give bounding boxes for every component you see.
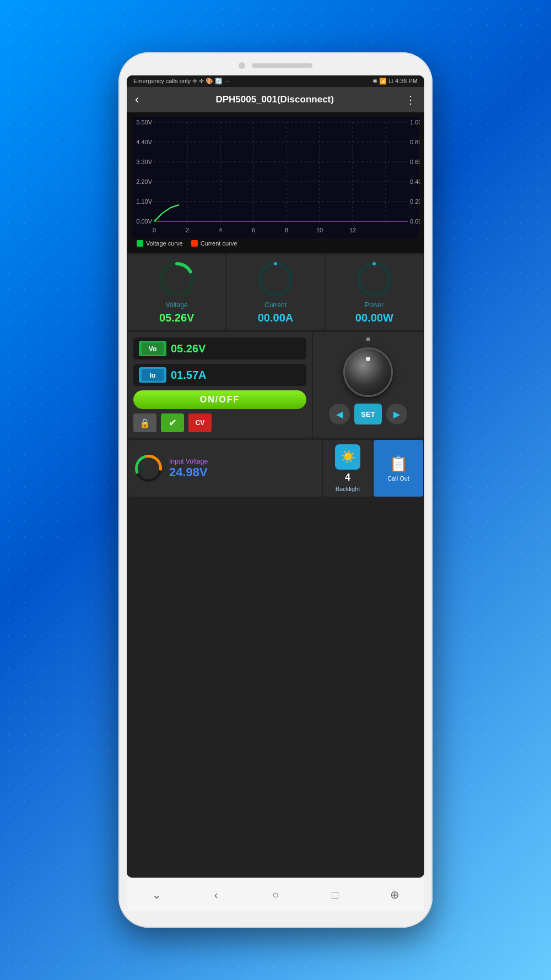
nav-back-button[interactable]: ‹ bbox=[205, 884, 227, 906]
nav-bar: ⌄ ‹ ○ □ ⊕ bbox=[127, 878, 424, 911]
backlight-label: Backlight bbox=[336, 486, 360, 492]
knob-nav: ◀ SET ▶ bbox=[329, 404, 407, 424]
callout-label: Call Out bbox=[387, 475, 409, 482]
input-voltage-card: Input Voltage 24.98V bbox=[128, 440, 322, 497]
chart-area: 5.50V 4.40V 3.30V 2.20V 1.10V 0.00V 1.00… bbox=[127, 112, 424, 253]
phone-camera bbox=[239, 62, 245, 69]
check-icon: ✔ bbox=[161, 413, 184, 432]
current-set-value: 01.57A bbox=[171, 369, 207, 382]
svg-text:0.600A: 0.600A bbox=[410, 159, 420, 165]
svg-text:2: 2 bbox=[186, 227, 189, 233]
voltage-label: Voltage bbox=[166, 301, 188, 309]
callout-card[interactable]: 📋 Call Out bbox=[374, 440, 423, 497]
voltage-legend-dot bbox=[137, 240, 143, 247]
nav-right-button[interactable]: ▶ bbox=[386, 404, 407, 424]
svg-text:6: 6 bbox=[252, 227, 255, 233]
controls-left: Vo 05.26V Io 01.57A ON/OFF bbox=[128, 332, 312, 438]
controls-right: ◀ SET ▶ bbox=[313, 332, 423, 438]
svg-text:10: 10 bbox=[316, 227, 323, 233]
bottom-panel: Input Voltage 24.98V ☀️ 4 Backlight 📋 Ca… bbox=[127, 439, 424, 498]
nav-download-button[interactable]: ⊕ bbox=[383, 884, 406, 906]
status-icons: 🔒 ✔ CV bbox=[133, 413, 306, 432]
cv-icon: CV bbox=[188, 413, 212, 432]
current-meter-card: Current 00.00A bbox=[226, 254, 324, 330]
input-info: Input Voltage 24.98V bbox=[169, 458, 208, 480]
input-voltage-ring bbox=[133, 453, 164, 483]
svg-point-36 bbox=[260, 264, 291, 295]
svg-text:2.20V: 2.20V bbox=[136, 178, 152, 185]
app-header: ‹ DPH5005_001(Disconnect) ⋮ bbox=[127, 87, 424, 112]
current-label: Current bbox=[264, 301, 287, 309]
power-label: Power bbox=[365, 301, 383, 309]
current-legend-label: Current curve bbox=[201, 240, 237, 247]
current-set-display: Io 01.57A bbox=[133, 364, 306, 386]
voltage-legend: Voltage curve bbox=[137, 240, 183, 247]
nav-home-button[interactable]: ○ bbox=[264, 884, 287, 906]
nav-left-button[interactable]: ◀ bbox=[329, 404, 350, 424]
voltage-legend-label: Voltage curve bbox=[146, 240, 183, 247]
back-button[interactable]: ‹ bbox=[135, 92, 139, 107]
power-meter-card: Power 00.00W bbox=[326, 254, 423, 330]
svg-text:0: 0 bbox=[153, 227, 156, 233]
svg-text:4.40V: 4.40V bbox=[136, 139, 152, 145]
onoff-button[interactable]: ON/OFF bbox=[133, 390, 306, 409]
svg-point-45 bbox=[133, 453, 164, 483]
svg-point-38 bbox=[359, 264, 390, 295]
svg-text:0.800A: 0.800A bbox=[410, 139, 420, 145]
knob-position-dot bbox=[366, 357, 370, 361]
svg-text:8: 8 bbox=[285, 227, 288, 233]
chart-legend: Voltage curve Current curve bbox=[131, 238, 420, 249]
voltage-set-display: Vo 05.26V bbox=[133, 337, 306, 360]
svg-text:4: 4 bbox=[219, 227, 222, 233]
svg-text:0.200A: 0.200A bbox=[410, 198, 420, 205]
svg-text:0.00V: 0.00V bbox=[136, 218, 152, 225]
svg-point-46 bbox=[134, 454, 163, 482]
svg-text:1.10V: 1.10V bbox=[136, 198, 152, 205]
chart-container: 5.50V 4.40V 3.30V 2.20V 1.10V 0.00V 1.00… bbox=[131, 117, 420, 238]
nav-recents-button[interactable]: □ bbox=[324, 884, 346, 906]
input-voltage-label: Input Voltage bbox=[169, 458, 208, 465]
power-ring bbox=[355, 260, 393, 298]
input-voltage-value: 24.98V bbox=[169, 465, 208, 480]
svg-text:5.50V: 5.50V bbox=[136, 119, 152, 126]
svg-rect-0 bbox=[132, 117, 419, 238]
callout-icon: 📋 bbox=[389, 455, 408, 473]
power-value: 00.00W bbox=[355, 312, 393, 324]
spacer bbox=[127, 498, 424, 878]
current-legend: Current curve bbox=[191, 240, 237, 247]
knob-area: ◀ SET ▶ bbox=[318, 337, 418, 424]
voltage-ring bbox=[158, 260, 196, 298]
backlight-card[interactable]: ☀️ 4 Backlight bbox=[323, 440, 372, 497]
svg-text:0.000A: 0.000A bbox=[410, 218, 420, 225]
phone-speaker bbox=[252, 63, 312, 68]
chart-svg: 5.50V 4.40V 3.30V 2.20V 1.10V 0.00V 1.00… bbox=[131, 117, 420, 238]
voltage-set-icon: Vo bbox=[139, 341, 166, 356]
status-left-text: Emergency calls only ✛ ✛ 🎨 🔄 ··· bbox=[133, 78, 229, 85]
current-value: 00.00A bbox=[258, 312, 294, 324]
set-button[interactable]: SET bbox=[354, 404, 382, 424]
meter-row: Voltage 05.26V Current 00.00A bbox=[127, 253, 424, 331]
svg-text:1.000A: 1.000A bbox=[410, 119, 420, 126]
svg-text:Vo: Vo bbox=[149, 345, 156, 353]
svg-text:Io: Io bbox=[150, 372, 156, 379]
svg-text:0.400A: 0.400A bbox=[410, 178, 420, 185]
current-ring bbox=[256, 260, 295, 298]
phone-top-bar bbox=[118, 52, 433, 75]
status-bar: Emergency calls only ✛ ✛ 🎨 🔄 ··· ✱ 📶 ⊔ 4… bbox=[127, 75, 424, 87]
menu-button[interactable]: ⋮ bbox=[405, 93, 416, 106]
knob-indicator-dot bbox=[366, 337, 370, 341]
current-set-icon: Io bbox=[139, 367, 166, 383]
backlight-sun-icon: ☀️ bbox=[335, 444, 360, 470]
knob[interactable] bbox=[343, 347, 393, 397]
voltage-meter-card: Voltage 05.26V bbox=[128, 254, 225, 330]
voltage-set-value: 05.26V bbox=[171, 342, 206, 355]
current-legend-dot bbox=[191, 240, 198, 247]
svg-text:3.30V: 3.30V bbox=[136, 159, 152, 165]
phone-screen: Emergency calls only ✛ ✛ 🎨 🔄 ··· ✱ 📶 ⊔ 4… bbox=[127, 75, 424, 878]
status-right-text: ✱ 📶 ⊔ 4:36 PM bbox=[372, 78, 418, 85]
svg-text:12: 12 bbox=[349, 227, 356, 233]
nav-down-button[interactable]: ⌄ bbox=[145, 884, 168, 906]
controls-area: Vo 05.26V Io 01.57A ON/OFF bbox=[127, 331, 424, 439]
lock-icon[interactable]: 🔒 bbox=[133, 413, 156, 432]
voltage-value: 05.26V bbox=[159, 312, 194, 324]
